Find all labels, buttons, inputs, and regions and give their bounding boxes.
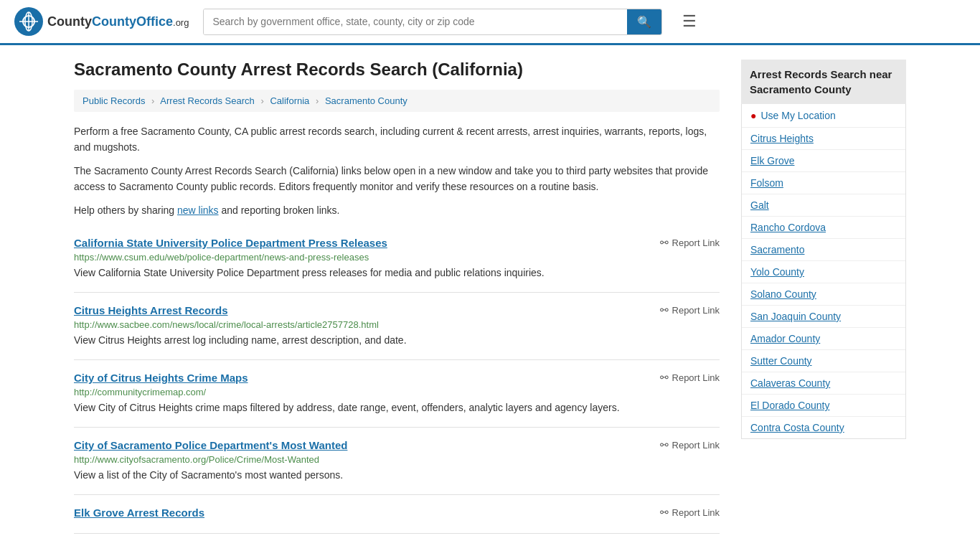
new-links-link[interactable]: new links [177, 204, 219, 216]
result-entry: Citrus Heights Arrest Records ⚯ Report L… [74, 293, 720, 360]
description-3: Help others by sharing new links and rep… [74, 202, 720, 218]
report-link[interactable]: ⚯ Report Link [660, 507, 720, 518]
search-bar: 🔍 [203, 9, 662, 35]
logo-area: CountyCountyOffice.org [14, 7, 189, 36]
breadcrumb-arrest-records[interactable]: Arrest Records Search [160, 95, 255, 106]
sidebar-title: Arrest Records Search near Sacramento Co… [741, 60, 906, 104]
report-icon: ⚯ [660, 439, 669, 451]
description-2: The Sacramento County Arrest Records Sea… [74, 163, 720, 195]
result-url: http://www.sacbee.com/news/local/crime/l… [74, 319, 720, 330]
report-label: Report Link [672, 440, 720, 451]
sidebar-item-link[interactable]: Sutter County [750, 355, 812, 367]
main-content: Sacramento County Arrest Records Search … [74, 60, 720, 534]
sidebar-item: Elk Grove [742, 150, 905, 172]
result-header: City of Sacramento Police Department's M… [74, 439, 720, 451]
breadcrumb: Public Records › Arrest Records Search ›… [74, 90, 720, 112]
result-title[interactable]: City of Citrus Heights Crime Maps [74, 372, 248, 384]
search-button[interactable]: 🔍 [627, 9, 661, 34]
logo-text: CountyCountyOffice.org [47, 14, 189, 29]
sidebar-item-link[interactable]: Rancho Cordova [750, 222, 826, 233]
report-label: Report Link [672, 507, 720, 518]
sidebar-items-container: Citrus HeightsElk GroveFolsomGaltRancho … [742, 128, 905, 438]
result-header: Elk Grove Arrest Records ⚯ Report Link [74, 507, 720, 519]
sidebar-item: Amador County [742, 328, 905, 350]
page-title: Sacramento County Arrest Records Search … [74, 60, 720, 80]
report-label: Report Link [672, 372, 720, 383]
sidebar-item-link[interactable]: Galt [750, 199, 769, 211]
result-entry: California State University Police Depar… [74, 225, 720, 293]
report-link[interactable]: ⚯ Report Link [660, 237, 720, 248]
report-icon: ⚯ [660, 507, 669, 518]
report-link[interactable]: ⚯ Report Link [660, 304, 720, 316]
sidebar-item: Solano County [742, 283, 905, 306]
result-title[interactable]: Citrus Heights Arrest Records [74, 304, 228, 316]
sidebar-item-link[interactable]: Citrus Heights [750, 133, 814, 144]
sidebar-item-link[interactable]: Contra Costa County [750, 422, 844, 433]
logo-icon [14, 7, 43, 36]
sidebar-item: Sutter County [742, 350, 905, 372]
sidebar-item: Contra Costa County [742, 417, 905, 438]
content-wrapper: Sacramento County Arrest Records Search … [60, 45, 920, 548]
sidebar-item-link[interactable]: Yolo County [750, 266, 804, 278]
sidebar-item: Folsom [742, 172, 905, 194]
report-icon: ⚯ [660, 237, 669, 248]
location-pin-icon: ● [750, 110, 756, 121]
description-1: Perform a free Sacramento County, CA pub… [74, 123, 720, 156]
sidebar-item-link[interactable]: Calaveras County [750, 377, 830, 389]
result-entry: City of Sacramento Police Department's M… [74, 428, 720, 495]
report-icon: ⚯ [660, 372, 669, 383]
result-title[interactable]: City of Sacramento Police Department's M… [74, 439, 347, 451]
report-icon: ⚯ [660, 304, 669, 316]
breadcrumb-public-records[interactable]: Public Records [83, 95, 145, 106]
result-header: California State University Police Depar… [74, 237, 720, 249]
result-title[interactable]: California State University Police Depar… [74, 237, 387, 249]
result-entry: City of Citrus Heights Crime Maps ⚯ Repo… [74, 360, 720, 428]
result-description: View a list of the City of Sacramento's … [74, 468, 720, 483]
sidebar-item: Yolo County [742, 261, 905, 283]
sidebar-item: Rancho Cordova [742, 217, 905, 239]
breadcrumb-california[interactable]: California [270, 95, 309, 106]
report-label: Report Link [672, 305, 720, 316]
result-description: View Citrus Heights arrest log including… [74, 333, 720, 348]
sidebar-item: San Joaquin County [742, 306, 905, 328]
sidebar-item: Calaveras County [742, 372, 905, 395]
report-link[interactable]: ⚯ Report Link [660, 439, 720, 451]
result-header: City of Citrus Heights Crime Maps ⚯ Repo… [74, 372, 720, 384]
site-header: CountyCountyOffice.org 🔍 ☰ [0, 0, 980, 45]
sidebar-item-link[interactable]: Sacramento [750, 244, 804, 255]
sidebar-item: Citrus Heights [742, 128, 905, 150]
report-link[interactable]: ⚯ Report Link [660, 372, 720, 383]
sidebar-item: Sacramento [742, 239, 905, 261]
result-description: View City of Citrus Heights crime maps f… [74, 400, 720, 415]
menu-button[interactable]: ☰ [677, 9, 702, 34]
sidebar-list: ● Use My Location Citrus HeightsElk Grov… [741, 104, 906, 439]
result-url: http://www.cityofsacramento.org/Police/C… [74, 454, 720, 465]
result-entry: Elk Grove Arrest Records ⚯ Report Link [74, 495, 720, 534]
sidebar-item: El Dorado County [742, 395, 905, 417]
result-title[interactable]: Elk Grove Arrest Records [74, 507, 204, 519]
sidebar-item: Galt [742, 194, 905, 217]
sidebar-item-link[interactable]: Solano County [750, 288, 816, 300]
report-label: Report Link [672, 237, 720, 248]
sidebar-item-link[interactable]: Amador County [750, 333, 820, 344]
sidebar-item-link[interactable]: El Dorado County [750, 400, 830, 411]
use-my-location[interactable]: ● Use My Location [742, 104, 905, 128]
breadcrumb-sacramento-county[interactable]: Sacramento County [325, 95, 407, 106]
result-header: Citrus Heights Arrest Records ⚯ Report L… [74, 304, 720, 316]
sidebar: Arrest Records Search near Sacramento Co… [741, 60, 906, 534]
result-url: http://communitycrimemap.com/ [74, 387, 720, 397]
results-container: California State University Police Depar… [74, 225, 720, 534]
sidebar-item-link[interactable]: Folsom [750, 177, 783, 189]
sidebar-item-link[interactable]: Elk Grove [750, 155, 794, 166]
sidebar-item-link[interactable]: San Joaquin County [750, 311, 841, 322]
result-url: https://www.csum.edu/web/police-departme… [74, 252, 720, 263]
result-description: View California State University Police … [74, 265, 720, 281]
search-input[interactable] [204, 9, 627, 34]
